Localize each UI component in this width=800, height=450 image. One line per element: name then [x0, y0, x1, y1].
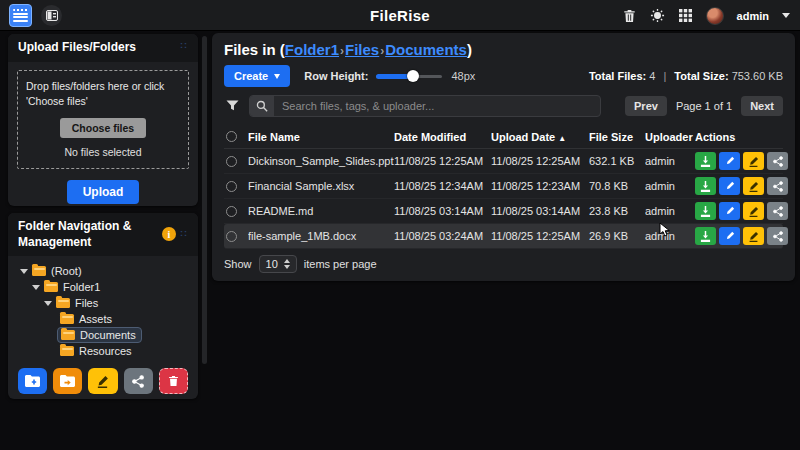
rename-button[interactable] [743, 152, 764, 170]
upload-panel: Upload Files/Folders :: Drop files/folde… [8, 34, 198, 206]
tree-item-root[interactable]: (Root) [16, 263, 190, 279]
share-button[interactable] [767, 152, 788, 170]
col-date-modified[interactable]: Date Modified [394, 131, 491, 143]
file-name[interactable]: file-sample_1MB.docx [248, 230, 394, 242]
share-folder-button[interactable] [124, 368, 153, 394]
col-file-name[interactable]: File Name [248, 131, 394, 143]
per-page-select[interactable]: 10 [259, 255, 297, 273]
col-upload-date[interactable]: Upload Date▲ [491, 131, 589, 143]
tree-item-folder1[interactable]: Folder1 [16, 279, 190, 295]
share-button[interactable] [767, 227, 788, 245]
table-row[interactable]: Dickinson_Sample_Slides.pptx 11/08/25 12… [224, 149, 783, 174]
rename-button[interactable] [743, 202, 764, 220]
breadcrumb-files[interactable]: Files [345, 41, 379, 58]
folder-icon [60, 346, 74, 356]
row-checkbox[interactable] [226, 231, 237, 242]
page-info: Page 1 of 1 [676, 100, 732, 112]
file-name[interactable]: README.md [248, 205, 394, 217]
heading-suffix: ) [467, 41, 472, 58]
create-button[interactable]: Create [224, 65, 290, 87]
theme-sun-icon[interactable] [650, 8, 665, 23]
file-name[interactable]: Financial Sample.xlsx [248, 180, 394, 192]
date-modified: 11/08/25 03:14AM [394, 205, 491, 217]
row-checkbox[interactable] [226, 206, 237, 217]
col-file-size[interactable]: File Size [589, 131, 645, 143]
filter-button[interactable] [224, 98, 240, 114]
slider-thumb[interactable] [407, 70, 419, 82]
drag-handle-icon[interactable]: :: [180, 40, 188, 52]
file-list-panel: Files in (Folder1›Files›Documents) Creat… [212, 33, 795, 281]
totals-separator: | [658, 70, 671, 82]
share-icon [132, 375, 144, 388]
edit-button[interactable] [719, 177, 740, 195]
upload-date: 11/08/25 12:23AM [491, 180, 589, 192]
edit-button[interactable] [719, 202, 740, 220]
next-page-button[interactable]: Next [741, 96, 783, 116]
user-avatar[interactable] [706, 7, 724, 25]
row-height-slider[interactable] [376, 70, 442, 82]
tree-item-label: Assets [79, 313, 112, 325]
tree-item-label-selected: Documents [80, 329, 136, 341]
row-checkbox[interactable] [226, 156, 237, 167]
share-button[interactable] [767, 177, 788, 195]
rename-folder-button[interactable] [88, 368, 117, 394]
table-row[interactable]: README.md 11/08/25 03:14AM 11/08/25 03:1… [224, 199, 783, 224]
share-button[interactable] [767, 202, 788, 220]
rename-button[interactable] [743, 227, 764, 245]
edit-button[interactable] [719, 227, 740, 245]
delete-folder-button[interactable] [159, 368, 188, 394]
table-row[interactable]: Financial Sample.xlsx 11/08/25 12:34AM 1… [224, 174, 783, 199]
download-icon [700, 181, 711, 192]
info-icon[interactable]: i [162, 227, 176, 241]
choose-files-button[interactable]: Choose files [60, 118, 146, 138]
tree-item-assets[interactable]: Assets [16, 311, 190, 327]
upload-button[interactable]: Upload [67, 180, 140, 204]
date-modified: 11/08/25 03:24AM [394, 230, 491, 242]
total-files-value: 4 [649, 70, 655, 82]
edit-button[interactable] [719, 152, 740, 170]
tree-item-label: Resources [79, 345, 132, 357]
breadcrumb: Files in (Folder1›Files›Documents) [224, 41, 783, 58]
breadcrumb-folder1[interactable]: Folder1 [285, 41, 339, 58]
file-table: File Name Date Modified Upload Date▲ Fil… [224, 125, 783, 249]
caret-down-icon[interactable] [32, 285, 40, 290]
user-menu-caret-icon[interactable] [782, 13, 790, 18]
search-icon [250, 96, 274, 116]
pencil-line-icon [748, 206, 759, 217]
stepper-icon [284, 259, 290, 269]
folder-panel: Folder Navigation & Management i :: (Roo… [8, 213, 198, 399]
vertical-scrollbar[interactable] [202, 36, 207, 364]
prev-page-button[interactable]: Prev [625, 96, 667, 116]
top-bar: FileRise [0, 0, 800, 31]
trash-icon[interactable] [622, 8, 637, 23]
tree-item-resources[interactable]: Resources [16, 343, 190, 359]
file-name[interactable]: Dickinson_Sample_Slides.pptx [248, 155, 394, 167]
create-folder-button[interactable] [18, 368, 47, 394]
select-all-checkbox[interactable] [226, 131, 237, 142]
rename-button[interactable] [743, 177, 764, 195]
move-folder-button[interactable] [53, 368, 82, 394]
apps-grid-icon[interactable] [678, 8, 693, 23]
table-row-hovered[interactable]: file-sample_1MB.docx 11/08/25 03:24AM 11… [224, 224, 783, 249]
breadcrumb-documents[interactable]: Documents [385, 41, 467, 58]
col-uploader[interactable]: Uploader [645, 131, 695, 143]
upload-date: 11/08/25 12:25AM [491, 155, 589, 167]
uploader: admin [645, 180, 695, 192]
drag-handle-icon[interactable]: :: [180, 228, 188, 240]
tree-item-documents[interactable]: Documents [16, 327, 190, 343]
caret-down-icon[interactable] [20, 269, 28, 274]
download-button[interactable] [695, 152, 716, 170]
items-per-page-control: Show 10 items per page [224, 255, 783, 273]
download-button[interactable] [695, 177, 716, 195]
download-button[interactable] [695, 202, 716, 220]
row-checkbox[interactable] [226, 181, 237, 192]
app-root: FileRise [0, 0, 800, 450]
tree-item-files[interactable]: Files [16, 295, 190, 311]
download-button[interactable] [695, 227, 716, 245]
upload-date: 11/08/25 12:25AM [491, 230, 589, 242]
caret-down-icon[interactable] [44, 301, 52, 306]
file-dropzone[interactable]: Drop files/folders here or click 'Choose… [17, 70, 189, 169]
search-input[interactable] [274, 96, 600, 116]
share-icon [773, 181, 783, 192]
items-per-page-label: items per page [304, 258, 377, 270]
